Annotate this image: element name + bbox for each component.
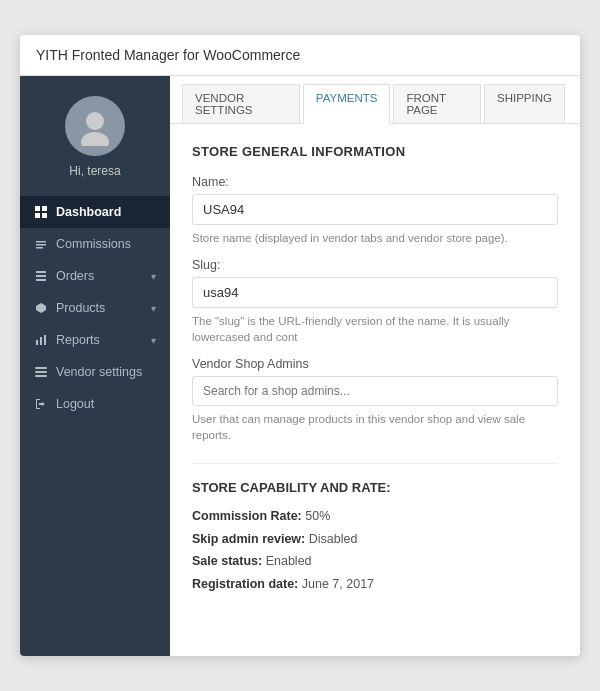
sidebar-item-logout[interactable]: Logout (20, 388, 170, 420)
svg-point-1 (81, 132, 109, 146)
svg-rect-2 (35, 206, 40, 211)
capability-row-reg-date: Registration date: June 7, 2017 (192, 573, 558, 596)
skip-review-label: Skip admin review: (192, 532, 305, 546)
app-window: YITH Fronted Manager for WooCommerce Hi,… (20, 35, 580, 656)
svg-rect-5 (42, 213, 47, 218)
products-icon (34, 301, 48, 315)
svg-rect-17 (35, 375, 47, 377)
chevron-down-icon: ▾ (151, 271, 156, 282)
svg-rect-9 (36, 271, 46, 273)
sale-status-label: Sale status: (192, 554, 262, 568)
svg-rect-13 (40, 337, 42, 345)
name-hint: Store name (displayed in vendor tabs and… (192, 230, 558, 246)
sidebar-item-reports[interactable]: Reports ▾ (20, 324, 170, 356)
chevron-down-icon: ▾ (151, 335, 156, 346)
title-bar: YITH Fronted Manager for WooCommerce (20, 35, 580, 76)
svg-rect-11 (36, 279, 46, 281)
slug-hint: The "slug" is the URL-friendly version o… (192, 313, 558, 345)
logout-icon (34, 397, 48, 411)
main-panel: VENDOR SETTINGS PAYMENTS FRONT PAGE SHIP… (170, 76, 580, 656)
tab-payments[interactable]: PAYMENTS (303, 84, 391, 124)
svg-rect-10 (36, 275, 46, 277)
orders-icon (34, 269, 48, 283)
svg-rect-15 (35, 367, 47, 369)
sidebar-item-label: Products (56, 301, 105, 315)
shop-admins-hint: User that can manage products in this ve… (192, 411, 558, 443)
svg-rect-14 (44, 335, 46, 345)
sidebar-item-dashboard[interactable]: Dashboard (20, 196, 170, 228)
name-input[interactable] (192, 194, 558, 225)
sidebar-item-label: Commissions (56, 237, 131, 251)
sidebar-nav: Dashboard Commissions Orders ▾ (20, 196, 170, 420)
main-layout: Hi, teresa Dashboard Commissions (20, 76, 580, 656)
shop-admins-label: Vendor Shop Admins (192, 357, 558, 371)
avatar (65, 96, 125, 156)
reports-icon (34, 333, 48, 347)
vendor-settings-icon (34, 365, 48, 379)
svg-rect-6 (36, 241, 46, 243)
greeting-text: Hi, teresa (69, 164, 120, 178)
skip-review-value: Disabled (309, 532, 358, 546)
app-title: YITH Fronted Manager for WooCommerce (36, 47, 300, 63)
sidebar-item-label: Logout (56, 397, 94, 411)
content-area: STORE GENERAL INFORMATION Name: Store na… (170, 124, 580, 656)
commissions-icon (34, 237, 48, 251)
capability-row-commission: Commission Rate: 50% (192, 505, 558, 528)
chevron-down-icon: ▾ (151, 303, 156, 314)
tab-shipping[interactable]: SHIPPING (484, 84, 565, 123)
capability-row-sale-status: Sale status: Enabled (192, 550, 558, 573)
svg-rect-3 (42, 206, 47, 211)
svg-rect-16 (35, 371, 47, 373)
svg-point-0 (86, 112, 104, 130)
sidebar-item-label: Vendor settings (56, 365, 142, 379)
svg-rect-7 (36, 244, 46, 246)
shop-admins-input[interactable] (192, 376, 558, 406)
sidebar-item-commissions[interactable]: Commissions (20, 228, 170, 260)
sidebar-item-label: Dashboard (56, 205, 121, 219)
tab-vendor-settings[interactable]: VENDOR SETTINGS (182, 84, 300, 123)
sidebar-item-label: Reports (56, 333, 100, 347)
capability-row-skip-review: Skip admin review: Disabled (192, 528, 558, 551)
svg-rect-4 (35, 213, 40, 218)
reg-date-label: Registration date: (192, 577, 298, 591)
sidebar-item-label: Orders (56, 269, 94, 283)
section-title: STORE GENERAL INFORMATION (192, 144, 558, 159)
slug-label: Slug: (192, 258, 558, 272)
tab-bar: VENDOR SETTINGS PAYMENTS FRONT PAGE SHIP… (170, 76, 580, 124)
commission-value: 50% (305, 509, 330, 523)
sale-status-value: Enabled (266, 554, 312, 568)
capability-title: STORE CAPABILITY AND RATE: (192, 480, 558, 495)
sidebar-item-products[interactable]: Products ▾ (20, 292, 170, 324)
sidebar-item-vendor-settings[interactable]: Vendor settings (20, 356, 170, 388)
svg-rect-8 (36, 247, 43, 249)
svg-rect-12 (36, 340, 38, 345)
capability-section: STORE CAPABILITY AND RATE: Commission Ra… (192, 463, 558, 595)
name-label: Name: (192, 175, 558, 189)
tab-front-page[interactable]: FRONT PAGE (393, 84, 481, 123)
dashboard-icon (34, 205, 48, 219)
reg-date-value: June 7, 2017 (302, 577, 374, 591)
sidebar: Hi, teresa Dashboard Commissions (20, 76, 170, 656)
commission-label: Commission Rate: (192, 509, 302, 523)
slug-input[interactable] (192, 277, 558, 308)
sidebar-item-orders[interactable]: Orders ▾ (20, 260, 170, 292)
